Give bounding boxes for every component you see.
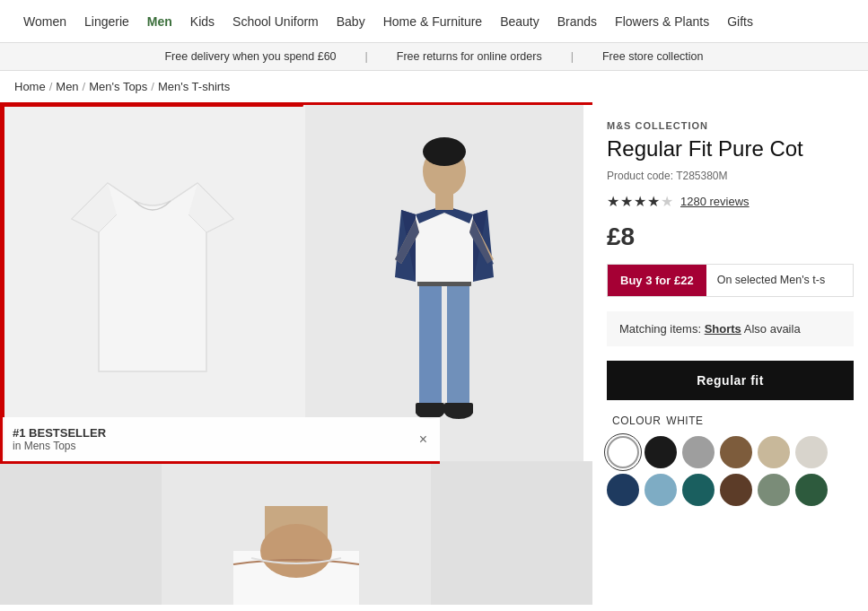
fit-button[interactable]: Regular fit [607,361,854,400]
swatch-black[interactable] [644,436,677,468]
swatch-sage[interactable] [758,474,790,506]
nav-lingerie[interactable]: Lingerie [75,0,138,42]
breadcrumb-sep-1: / [49,80,53,93]
svg-rect-13 [444,403,473,414]
nav-brands[interactable]: Brands [548,0,606,42]
top-navigation: Women Lingerie Men Kids School Uniform B… [0,0,868,43]
product-info: M&S COLLECTION Regular Fit Pure Cot Prod… [592,102,868,605]
swatch-brown[interactable] [720,436,752,468]
bestseller-sub: in Mens Tops [13,440,106,452]
swatch-light-blue[interactable] [644,474,677,506]
promo-tag: Buy 3 for £22 [608,265,706,296]
colour-swatches [607,436,854,506]
nav-home-furniture[interactable]: Home & Furniture [374,0,491,42]
matching-suffix: Also availa [744,322,801,336]
svg-rect-12 [416,403,444,414]
swatch-dark-brown[interactable] [720,474,752,506]
product-code: Product code: T285380M [607,170,854,182]
breadcrumb-current: Men's T-shirts [158,80,230,93]
red-border-left [0,102,3,461]
returns-promo: Free returns for online orders [382,50,557,63]
breadcrumb-home[interactable]: Home [14,80,46,93]
colour-label: COLOURWhite [607,415,854,427]
price: £8 [607,223,854,251]
colour-section: COLOURWhite [607,415,854,506]
product-image-flat[interactable] [0,102,305,461]
svg-rect-3 [419,282,442,407]
svg-point-18 [260,524,332,578]
model-illustration [346,107,543,457]
promo-tag-row: Buy 3 for £22 On selected Men's t-s [607,264,854,297]
svg-point-8 [423,137,466,166]
image-container: #1 BESTSELLER in Mens Tops × [0,102,592,461]
delivery-promo: Free delivery when you spend £60 [150,50,350,63]
red-border-top [0,102,592,105]
bestseller-text: #1 BESTSELLER in Mens Tops [13,426,106,452]
breadcrumb: Home / Men / Men's Tops / Men's T-shirts [0,71,868,102]
product-images-section: #1 BESTSELLER in Mens Tops × [0,102,592,605]
swatch-white[interactable] [607,436,639,468]
main-layout: #1 BESTSELLER in Mens Tops × [0,102,868,605]
swatch-navy[interactable] [607,474,639,506]
bestseller-number: #1 BESTSELLER [13,426,106,440]
rating-row: ★ ★ ★ ★ ★ 1280 reviews [607,193,854,210]
swatch-teal[interactable] [682,474,715,506]
swatch-light-grey[interactable] [795,436,828,468]
breadcrumb-sep-2: / [83,80,86,93]
star-rating: ★ ★ ★ ★ ★ [607,193,673,210]
nav-men[interactable]: Men [138,0,181,42]
nav-gifts[interactable]: Gifts [718,0,762,42]
matching-link[interactable]: Shorts [705,322,741,336]
svg-rect-4 [447,282,469,407]
collection-label: M&S COLLECTION [607,120,854,131]
nav-baby[interactable]: Baby [328,0,374,42]
nav-kids[interactable]: Kids [181,0,224,42]
svg-rect-9 [435,192,453,210]
images-grid [0,102,592,461]
star-3: ★ [634,193,646,210]
star-5: ★ [661,193,673,210]
close-badge-button[interactable]: × [419,432,427,448]
swatch-grey[interactable] [682,436,715,468]
matching-items: Matching items: Shorts Also availa [607,311,854,346]
nav-women[interactable]: Women [14,0,75,42]
product-image-model[interactable] [305,102,583,461]
nav-school-uniform[interactable]: School Uniform [224,0,328,42]
star-4: ★ [647,193,660,210]
breadcrumb-mens-tops[interactable]: Men's Tops [89,80,147,93]
svg-rect-6 [416,214,473,282]
bestseller-badge: #1 BESTSELLER in Mens Tops × [0,417,440,461]
swatch-beige[interactable] [758,436,790,468]
product-title: Regular Fit Pure Cot [607,136,854,162]
review-count[interactable]: 1280 reviews [680,195,750,208]
product-image-bottom[interactable] [0,461,592,605]
matching-label: Matching items: [619,322,701,336]
breadcrumb-sep-3: / [151,80,154,93]
colour-name: White [666,415,703,427]
collection-promo: Free store collection [588,50,718,63]
bottom-image-illustration [0,461,592,605]
star-2: ★ [620,193,633,210]
red-border-bottom [0,461,440,464]
tshirt-illustration [54,156,251,407]
promo-separator-1: | [351,50,382,63]
promo-separator-2: | [557,50,588,63]
swatch-dark-green[interactable] [795,474,828,506]
star-1: ★ [607,193,619,210]
promo-bar: Free delivery when you spend £60 | Free … [0,43,868,71]
promo-description: On selected Men's t-s [706,265,837,296]
breadcrumb-men[interactable]: Men [56,80,78,93]
nav-flowers-plants[interactable]: Flowers & Plants [606,0,718,42]
nav-beauty[interactable]: Beauty [491,0,548,42]
